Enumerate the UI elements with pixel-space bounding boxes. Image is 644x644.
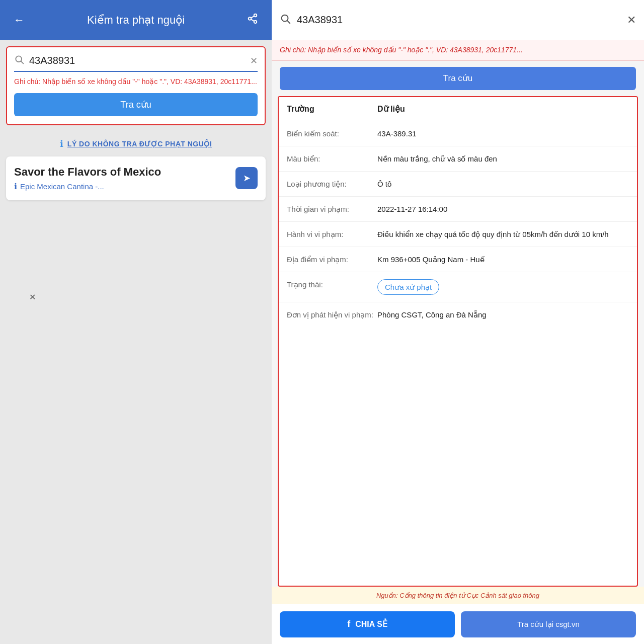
left-panel: ← Kiểm tra phạt nguội ✕ Ghi chú: Nhập bi… [0, 0, 272, 644]
ad-title: Savor the Flavors of Mexico [14, 166, 161, 179]
ad-subtitle-text: Epic Mexican Cantina -... [20, 182, 104, 191]
share-icon[interactable] [244, 13, 262, 27]
search-note: Ghi chú: Nhập biển số xe không dấu "-" h… [14, 77, 258, 87]
tra-cuu-lai-button[interactable]: Tra cứu lại csgt.vn [461, 611, 636, 637]
clear-icon[interactable]: ✕ [250, 55, 258, 66]
row-label: Loại phương tiện: [287, 179, 377, 189]
ad-subtitle: ℹ Epic Mexican Cantina -... [14, 182, 161, 191]
table-row: Trạng thái:Chưa xử phạt [279, 272, 637, 302]
left-header: ← Kiểm tra phạt nguội [0, 0, 272, 40]
result-table: Trường Dữ liệu Biển kiểm soát:43A-389.31… [278, 96, 638, 587]
ly-do-banner[interactable]: ℹ LÝ DO KHÔNG TRA ĐƯỢC PHẠT NGUỘI [0, 131, 272, 156]
ad-arrow[interactable]: ➤ [235, 167, 258, 189]
table-row: Đơn vị phát hiện vi phạm:Phòng CSGT, Côn… [279, 302, 637, 327]
row-value: 2022-11-27 16:14:00 [377, 204, 629, 214]
col-dulieu-header: Dữ liệu [377, 104, 629, 114]
row-label: Đơn vị phát hiện vi phạm: [287, 309, 377, 320]
bottom-actions: f CHIA SẺ Tra cứu lại csgt.vn [272, 604, 644, 644]
table-row: Hành vi vi phạm:Điều khiển xe chạy quá t… [279, 222, 637, 247]
row-value: Ô tô [377, 179, 629, 189]
svg-line-3 [251, 19, 254, 21]
chia-se-label: CHIA SẺ [355, 619, 387, 629]
table-row: Địa điểm vi phạm:Km 936+005 Quảng Nam - … [279, 247, 637, 272]
row-label: Màu biển: [287, 153, 377, 164]
row-value: Điều khiển xe chạy quá tốc độ quy định t… [377, 229, 629, 239]
row-label: Trạng thái: [287, 279, 377, 290]
row-value: Chưa xử phạt [377, 279, 629, 295]
page-title: Kiểm tra phạt nguội [28, 14, 244, 27]
info-icon: ℹ [60, 138, 63, 149]
facebook-icon: f [347, 619, 350, 629]
table-header: Trường Dữ liệu [279, 97, 637, 121]
row-value: Km 936+005 Quảng Nam - Huế [377, 254, 629, 265]
row-label: Thời gian vi phạm: [287, 204, 377, 214]
right-search-icon [280, 13, 291, 27]
row-label: Hành vi vi phạm: [287, 229, 377, 239]
col-truong-header: Trường [287, 104, 377, 114]
svg-line-4 [251, 16, 254, 18]
right-note-text: Ghi chú: Nhập biển số xe không dấu "-" h… [280, 45, 636, 55]
svg-line-6 [21, 61, 24, 64]
status-badge: Chưa xử phạt [377, 279, 439, 295]
table-row: Loại phương tiện:Ô tô [279, 172, 637, 197]
table-row: Màu biển:Nền màu trắng, chữ và số màu đe… [279, 146, 637, 172]
search-input[interactable] [29, 55, 246, 66]
right-search-input[interactable] [297, 14, 621, 26]
search-box-area: ✕ Ghi chú: Nhập biển số xe không dấu "-"… [6, 46, 266, 125]
tra-cuu-button-right[interactable]: Tra cứu [280, 67, 636, 90]
row-value: Phòng CSGT, Công an Đà Nẵng [377, 309, 629, 320]
ad-info-icon: ℹ [14, 182, 17, 191]
search-input-row: ✕ [14, 54, 258, 72]
chia-se-button[interactable]: f CHIA SẺ [280, 611, 455, 637]
ly-do-text: LÝ DO KHÔNG TRA ĐƯỢC PHẠT NGUỘI [67, 140, 212, 148]
table-row: Thời gian vi phạm:2022-11-27 16:14:00 [279, 197, 637, 222]
tra-cuu-button-left[interactable]: Tra cứu [14, 93, 258, 116]
svg-line-8 [287, 21, 290, 23]
table-row: Biển kiểm soát:43A-389.31 [279, 121, 637, 146]
ad-card: Savor the Flavors of Mexico ℹ Epic Mexic… [6, 156, 266, 200]
source-banner: Nguồn: Cổng thông tin điện tử Cục Cảnh s… [272, 587, 644, 604]
ad-close-button[interactable]: ✕ [29, 292, 36, 302]
ad-content: Savor the Flavors of Mexico ℹ Epic Mexic… [14, 166, 161, 191]
right-panel: ✕ Ghi chú: Nhập biển số xe không dấu "-"… [272, 0, 644, 644]
row-label: Địa điểm vi phạm: [287, 254, 377, 265]
right-close-icon[interactable]: ✕ [627, 14, 636, 27]
row-label: Biển kiểm soát: [287, 128, 377, 139]
back-icon[interactable]: ← [10, 14, 28, 27]
table-rows-container: Biển kiểm soát:43A-389.31Màu biển:Nền mà… [279, 121, 637, 327]
right-header: ✕ [272, 0, 644, 40]
row-value: Nền màu trắng, chữ và số màu đen [377, 153, 629, 164]
search-icon [14, 54, 24, 67]
right-note-banner: Ghi chú: Nhập biển số xe không dấu "-" h… [272, 40, 644, 61]
row-value: 43A-389.31 [377, 128, 629, 139]
source-text: Nguồn: Cổng thông tin điện tử Cục Cảnh s… [376, 592, 539, 599]
